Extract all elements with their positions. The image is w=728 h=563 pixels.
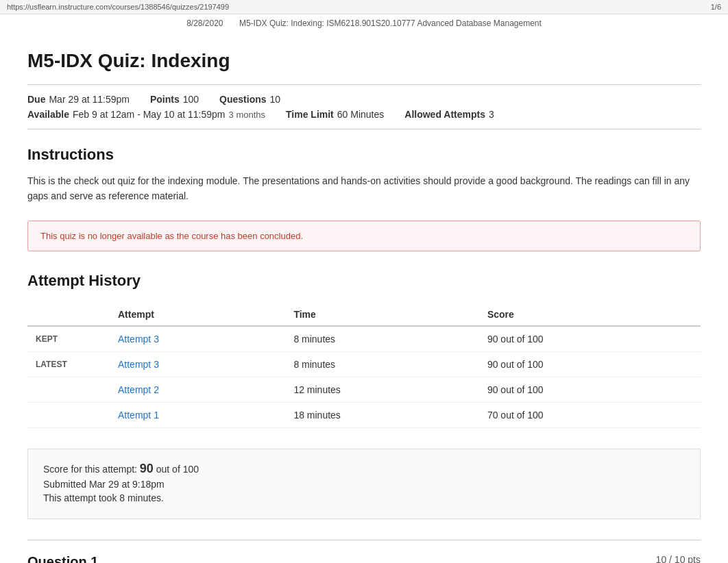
score-value: 90: [140, 462, 154, 475]
question-section: Question 1 10 / 10 pts: [27, 540, 701, 563]
row-score: 90 out of 100: [479, 351, 701, 377]
table-row: Attempt 118 minutes70 out of 100: [27, 402, 701, 427]
table-row: Attempt 212 minutes90 out of 100: [27, 377, 701, 402]
table-row: KEPTAttempt 38 minutes90 out of 100: [27, 326, 701, 352]
meta-available: Available Feb 9 at 12am - May 10 at 11:5…: [27, 109, 265, 120]
meta-points: Points 100: [150, 94, 199, 105]
meta-time-limit: Time Limit 60 Minutes: [286, 109, 384, 120]
score-line1: Score for this attempt: 90 out of 100: [43, 462, 685, 476]
row-time: 8 minutes: [285, 326, 479, 352]
score-suffix: out of 100: [154, 464, 199, 475]
questions-value: 10: [270, 94, 281, 105]
col-time-header: Time: [285, 303, 479, 326]
attempt-link[interactable]: Attempt 3: [118, 359, 159, 370]
row-label: [27, 402, 110, 427]
questions-label: Questions: [219, 94, 266, 105]
allowed-attempts-value: 3: [489, 109, 494, 120]
notice-box: This quiz is no longer available as the …: [27, 221, 701, 251]
due-label: Due: [27, 94, 45, 105]
row-time: 12 minutes: [285, 377, 479, 402]
col-attempt-header: Attempt: [110, 303, 285, 326]
header-title: M5-IDX Quiz: Indexing: ISM6218.901S20.10…: [239, 18, 542, 28]
points-label: Points: [150, 94, 180, 105]
due-value: Mar 29 at 11:59pm: [49, 94, 130, 105]
row-attempt[interactable]: Attempt 3: [110, 351, 285, 377]
quiz-title: M5-IDX Quiz: Indexing: [27, 50, 701, 72]
allowed-attempts-label: Allowed Attempts: [404, 109, 485, 120]
meta-allowed-attempts: Allowed Attempts 3: [404, 109, 494, 120]
available-value: Feb 9 at 12am - May 10 at 11:59pm: [73, 109, 226, 120]
row-label: KEPT: [27, 326, 110, 352]
row-attempt[interactable]: Attempt 2: [110, 377, 285, 402]
row-score: 70 out of 100: [479, 402, 701, 427]
meta-questions: Questions 10: [219, 94, 280, 105]
score-line2: Submitted Mar 29 at 9:18pm: [43, 479, 685, 490]
meta-row-1: Due Mar 29 at 11:59pm Points 100 Questio…: [27, 92, 701, 107]
col-label-header: [27, 303, 110, 326]
row-label: [27, 377, 110, 402]
notice-text: This quiz is no longer available as the …: [40, 231, 303, 241]
browser-bar: https://usflearn.instructure.com/courses…: [0, 0, 728, 14]
row-attempt[interactable]: Attempt 1: [110, 402, 285, 427]
row-time: 18 minutes: [285, 402, 479, 427]
attempt-table: Attempt Time Score KEPTAttempt 38 minute…: [27, 303, 701, 428]
instructions-section: Instructions This is the check out quiz …: [27, 146, 701, 204]
meta-due: Due Mar 29 at 11:59pm: [27, 94, 130, 105]
row-label: LATEST: [27, 351, 110, 377]
points-value: 100: [183, 94, 199, 105]
attempt-history-title: Attempt History: [27, 272, 701, 290]
available-note: 3 months: [229, 110, 265, 120]
browser-url: https://usflearn.instructure.com/courses…: [7, 3, 229, 11]
quiz-meta: Due Mar 29 at 11:59pm Points 100 Questio…: [27, 84, 701, 129]
score-summary: Score for this attempt: 90 out of 100 Su…: [27, 449, 701, 519]
col-score-header: Score: [479, 303, 701, 326]
row-time: 8 minutes: [285, 351, 479, 377]
row-attempt[interactable]: Attempt 3: [110, 326, 285, 352]
question-points: 10 / 10 pts: [656, 554, 701, 563]
row-score: 90 out of 100: [479, 377, 701, 402]
available-label: Available: [27, 109, 69, 120]
page-header: 8/28/2020 M5-IDX Quiz: Indexing: ISM6218…: [0, 14, 728, 29]
main-content: M5-IDX Quiz: Indexing Due Mar 29 at 11:5…: [0, 29, 728, 563]
score-prefix: Score for this attempt:: [43, 464, 140, 475]
attempt-link[interactable]: Attempt 2: [118, 384, 159, 395]
page-indicator: 1/6: [711, 3, 721, 11]
table-header-row: Attempt Time Score: [27, 303, 701, 326]
attempt-link[interactable]: Attempt 1: [118, 410, 159, 421]
instructions-text: This is the check out quiz for the index…: [27, 173, 701, 204]
attempt-history-section: Attempt History Attempt Time Score KEPTA…: [27, 272, 701, 563]
score-line3: This attempt took 8 minutes.: [43, 492, 685, 503]
time-limit-label: Time Limit: [286, 109, 334, 120]
instructions-title: Instructions: [27, 146, 701, 164]
time-limit-value: 60 Minutes: [337, 109, 384, 120]
question-label: Question 1: [27, 554, 98, 563]
row-score: 90 out of 100: [479, 326, 701, 352]
meta-row-2: Available Feb 9 at 12am - May 10 at 11:5…: [27, 107, 701, 122]
attempt-link[interactable]: Attempt 3: [118, 334, 159, 345]
header-date: 8/28/2020: [186, 18, 223, 28]
table-row: LATESTAttempt 38 minutes90 out of 100: [27, 351, 701, 377]
